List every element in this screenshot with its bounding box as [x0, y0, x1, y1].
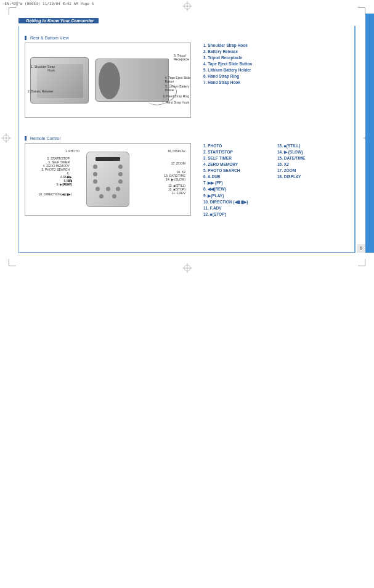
diagram-label: 7. Hand Strap Hook — [162, 101, 189, 105]
list-item: 9. ▶(PLAY) — [203, 193, 265, 199]
list-item: 16. X2 — [277, 161, 305, 168]
diagram-label: 2. Battery Release — [28, 90, 53, 94]
subheading-remote: Remote Control — [25, 136, 60, 141]
crop-mark-icon — [182, 1, 192, 11]
diagram-label: 4. Tape Eject Slide Button — [165, 76, 190, 83]
list-item: 6. Hand Strap Ring — [203, 73, 252, 80]
page-title: Getting to Know Your Camcorder — [18, 18, 99, 23]
list-item: 11. F.ADV — [203, 205, 265, 211]
corner-mark — [9, 259, 16, 266]
list-item: 7. ▶▶ (FF) — [203, 180, 265, 186]
list-item: 12. ■(STOP) — [203, 211, 265, 218]
doc-header-meta: ~EN:*Ø∏°ø (06053) 11/19/04 8:42 AM Page … — [2, 1, 94, 6]
diagram-label: 1. Shoulder Strap Hook — [28, 65, 55, 72]
corner-mark — [358, 7, 365, 15]
list-item: 4. ZERO MEMORY — [203, 161, 265, 168]
list-item: 2. START/STOP — [203, 149, 265, 155]
list-item: 14. ▶ (SLOW) — [277, 149, 305, 155]
camera-rear-illustration — [30, 57, 89, 104]
page-number: 6 — [357, 244, 365, 253]
diagram-label: 1. PHOTO — [55, 150, 79, 153]
list-item: 13. ■(STILL) — [277, 143, 305, 149]
diagram-remote: 1. PHOTO 2. START/STOP 3. SELF TIMER 4. … — [25, 143, 191, 216]
corner-mark — [358, 259, 365, 266]
list-item: 3. Tripod Receptacle — [203, 55, 252, 61]
list-item: 18. DISPLAY — [277, 174, 305, 180]
rear-bottom-list: 1. Shoulder Strap Hook 2. Battery Releas… — [203, 43, 252, 86]
diagram-rear-bottom: 1. Shoulder Strap Hook 2. Battery Releas… — [25, 43, 191, 118]
subheading-rear-bottom: Rear & Bottom View — [25, 36, 69, 40]
diagram-label: 10. DIRECTION(◀▮ ▮▶) — [30, 193, 72, 197]
corner-mark — [9, 7, 16, 15]
camera-bottom-illustration — [95, 59, 169, 102]
diagram-label: 9. ▶(PLAY) — [55, 183, 72, 187]
list-item: 5. Lithium Battery Holder — [203, 67, 252, 73]
remote-illustration — [86, 152, 129, 207]
list-item: 3. SELF TIMER — [203, 155, 265, 161]
list-item: 7. Hand Strap Hook — [203, 80, 252, 86]
diagram-label: 5. Lithium Battery Holder — [165, 85, 189, 92]
list-item: 15. DATE/TIME — [277, 155, 305, 161]
list-item: 4. Tape Eject Slide Button — [203, 61, 252, 67]
remote-list: 1. PHOTO 2. START/STOP 3. SELF TIMER 4. … — [203, 143, 305, 218]
diagram-label: 3. Tripod Receptacle — [174, 54, 189, 61]
list-item: 1. Shoulder Strap Hook — [203, 43, 252, 49]
list-item: 2. Battery Release — [203, 49, 252, 55]
diagram-label: 14. ▶ (SLOW) — [166, 178, 185, 182]
list-item: 1. PHOTO — [203, 143, 265, 149]
diagram-label: 6. Hand Strap Ring — [163, 95, 189, 99]
crop-mark-icon — [1, 133, 11, 143]
list-item: 8. ◀◀(REW) — [203, 186, 265, 192]
diagram-label: 5. PHOTO SEARCH — [40, 168, 70, 172]
diagram-label: 11. F.ADV — [171, 192, 185, 195]
list-item: 10. DIRECTION (◀▮ ▮▶) — [203, 199, 265, 205]
list-item: 6. A.DUB — [203, 174, 265, 180]
diagram-label: 17. ZOOM — [171, 162, 185, 166]
page-edge-tab — [365, 14, 374, 253]
list-item: 17. ZOOM — [277, 168, 305, 174]
diagram-label: 18. DISPLAY — [168, 150, 185, 153]
list-item: 5. PHOTO SEARCH — [203, 168, 265, 174]
